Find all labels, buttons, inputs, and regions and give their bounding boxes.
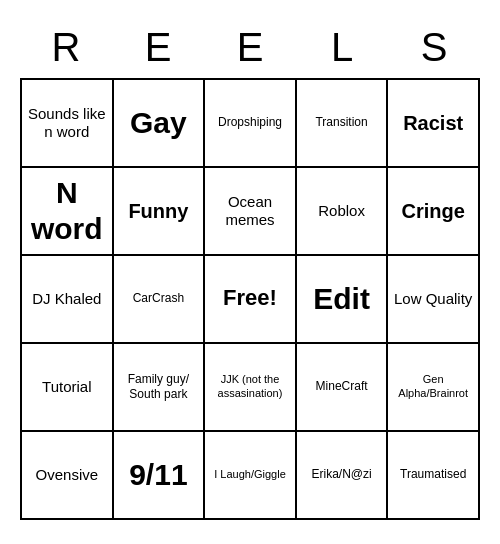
cell-text: N word — [26, 175, 108, 247]
cell-4-2[interactable]: I Laugh/Giggle — [205, 432, 297, 520]
cell-2-2[interactable]: Free! — [205, 256, 297, 344]
cell-3-3[interactable]: MineCraft — [297, 344, 389, 432]
bingo-grid: Sounds like n wordGayDropshipingTransiti… — [20, 78, 480, 520]
cell-4-4[interactable]: Traumatised — [388, 432, 480, 520]
bingo-card: REELS Sounds like n wordGayDropshipingTr… — [10, 15, 490, 530]
cell-3-0[interactable]: Tutorial — [22, 344, 114, 432]
cell-2-4[interactable]: Low Quality — [388, 256, 480, 344]
cell-1-0[interactable]: N word — [22, 168, 114, 256]
cell-2-1[interactable]: CarCrash — [114, 256, 206, 344]
cell-0-0[interactable]: Sounds like n word — [22, 80, 114, 168]
cell-0-3[interactable]: Transition — [297, 80, 389, 168]
cell-text: CarCrash — [133, 291, 184, 305]
cell-1-2[interactable]: Ocean memes — [205, 168, 297, 256]
cell-0-2[interactable]: Dropshiping — [205, 80, 297, 168]
cell-text: JJK (not the assasination) — [209, 373, 291, 399]
cell-text: Ocean memes — [209, 193, 291, 229]
cell-text: Edit — [313, 281, 370, 317]
cell-3-1[interactable]: Family guy/ South park — [114, 344, 206, 432]
cell-text: Cringe — [402, 199, 465, 223]
cell-2-3[interactable]: Edit — [297, 256, 389, 344]
cell-text: Funny — [128, 199, 188, 223]
cell-text: Tutorial — [42, 378, 91, 396]
cell-text: Low Quality — [394, 290, 472, 308]
cell-text: I Laugh/Giggle — [214, 468, 286, 481]
cell-1-1[interactable]: Funny — [114, 168, 206, 256]
cell-1-3[interactable]: Roblox — [297, 168, 389, 256]
cell-4-3[interactable]: Erika/N@zi — [297, 432, 389, 520]
bingo-title: REELS — [20, 25, 480, 70]
cell-text: Traumatised — [400, 467, 466, 481]
title-letter: R — [26, 25, 106, 70]
cell-3-4[interactable]: Gen Alpha/Brainrot — [388, 344, 480, 432]
title-letter: E — [118, 25, 198, 70]
cell-text: Family guy/ South park — [118, 372, 200, 401]
cell-text: Dropshiping — [218, 115, 282, 129]
cell-text: Sounds like n word — [26, 105, 108, 141]
cell-text: Gay — [130, 105, 187, 141]
cell-text: 9/11 — [129, 457, 187, 493]
cell-0-1[interactable]: Gay — [114, 80, 206, 168]
cell-text: Erika/N@zi — [312, 467, 372, 481]
cell-text: DJ Khaled — [32, 290, 101, 308]
title-letter: S — [394, 25, 474, 70]
cell-2-0[interactable]: DJ Khaled — [22, 256, 114, 344]
cell-1-4[interactable]: Cringe — [388, 168, 480, 256]
cell-text: Free! — [223, 285, 277, 311]
cell-text: MineCraft — [316, 379, 368, 393]
title-letter: L — [302, 25, 382, 70]
cell-text: Racist — [403, 111, 463, 135]
cell-text: Transition — [315, 115, 367, 129]
cell-3-2[interactable]: JJK (not the assasination) — [205, 344, 297, 432]
cell-text: Ovensive — [36, 466, 99, 484]
cell-text: Roblox — [318, 202, 365, 220]
cell-text: Gen Alpha/Brainrot — [392, 373, 474, 399]
cell-0-4[interactable]: Racist — [388, 80, 480, 168]
cell-4-0[interactable]: Ovensive — [22, 432, 114, 520]
cell-4-1[interactable]: 9/11 — [114, 432, 206, 520]
title-letter: E — [210, 25, 290, 70]
